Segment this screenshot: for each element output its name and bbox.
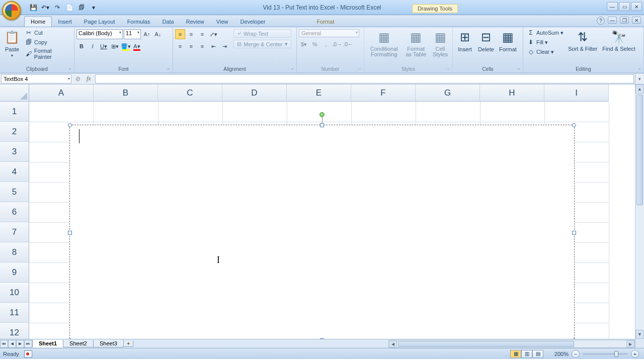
restore-workbook-button[interactable]: ❐	[620, 17, 629, 24]
format-painter-button[interactable]: 🖌Format Painter	[23, 47, 72, 60]
shrink-font-button[interactable]: A↓	[153, 29, 163, 39]
sort-filter-button[interactable]: ⇅Sort & Filter	[566, 28, 599, 53]
minimize-workbook-button[interactable]: —	[608, 17, 617, 24]
qat-customize-icon[interactable]: ▾	[89, 3, 99, 13]
horizontal-scrollbar[interactable]: ◀ ▶	[388, 340, 635, 348]
tab-developer[interactable]: Developer	[234, 17, 271, 27]
expand-formula-bar-button[interactable]: ▾	[635, 73, 644, 84]
cell[interactable]	[287, 102, 351, 122]
align-bottom-button[interactable]: ≡	[197, 29, 207, 39]
copy-button[interactable]: 🗐Copy	[23, 38, 72, 47]
formula-input[interactable]	[95, 74, 634, 83]
normal-view-button[interactable]: ▦	[510, 350, 521, 358]
resize-handle-ne[interactable]	[572, 123, 576, 127]
row-header[interactable]: 8	[0, 242, 29, 262]
cell[interactable]	[222, 102, 287, 122]
scroll-up-icon[interactable]: ▲	[635, 84, 644, 94]
border-button[interactable]: ⊞▾	[110, 41, 120, 51]
cells-area[interactable]: I	[29, 102, 635, 339]
format-cells-button[interactable]: ▦Format	[497, 28, 519, 53]
tab-formulas[interactable]: Formulas	[121, 17, 156, 27]
sheet-tab[interactable]: Sheet2	[63, 340, 94, 347]
scroll-down-icon[interactable]: ▼	[635, 330, 644, 339]
column-header[interactable]: F	[351, 84, 416, 102]
align-right-button[interactable]: ≡	[197, 41, 207, 51]
close-button[interactable]: ✕	[631, 2, 642, 11]
maximize-button[interactable]: ▭	[619, 2, 630, 11]
row-header[interactable]: 11	[0, 303, 29, 323]
last-sheet-button[interactable]: ⏭	[24, 340, 32, 348]
column-header[interactable]: A	[29, 84, 94, 102]
row-header[interactable]: 9	[0, 262, 29, 283]
fill-color-button[interactable]: 🪣▾	[121, 41, 131, 51]
vertical-scrollbar[interactable]: ▲ ▼	[635, 84, 644, 339]
bold-button[interactable]: B	[76, 41, 87, 51]
office-button[interactable]	[2, 1, 21, 20]
resize-handle-n[interactable]	[320, 123, 324, 127]
column-header[interactable]: H	[480, 84, 544, 102]
italic-button[interactable]: I	[88, 41, 98, 51]
align-middle-button[interactable]: ≡	[186, 29, 196, 39]
percent-button[interactable]: %	[310, 39, 320, 49]
column-header[interactable]: E	[287, 84, 351, 102]
redo-icon[interactable]: ↷	[52, 3, 62, 13]
increase-decimal-button[interactable]: .0→	[332, 39, 342, 49]
resize-handle-nw[interactable]	[68, 123, 72, 127]
close-workbook-button[interactable]: ✕	[632, 17, 641, 24]
minimize-button[interactable]: —	[607, 2, 618, 11]
first-sheet-button[interactable]: ⏮	[0, 340, 8, 348]
align-top-button[interactable]: ≡	[175, 29, 185, 39]
row-header[interactable]: 10	[0, 283, 29, 303]
column-header[interactable]: I	[544, 84, 609, 102]
qat-icon[interactable]: 🗐	[76, 3, 87, 13]
row-header[interactable]: 2	[0, 122, 29, 142]
row-header[interactable]: 5	[0, 182, 29, 202]
increase-indent-button[interactable]: ⇥	[219, 41, 229, 51]
tab-home[interactable]: Home	[24, 16, 52, 27]
next-sheet-button[interactable]: ▶	[16, 340, 24, 348]
scroll-right-icon[interactable]: ▶	[626, 340, 634, 347]
zoom-slider[interactable]	[583, 353, 628, 355]
tab-review[interactable]: Review	[180, 17, 210, 27]
scroll-left-icon[interactable]: ◀	[389, 340, 397, 347]
align-left-button[interactable]: ≡	[175, 41, 185, 51]
resize-handle-e[interactable]	[572, 231, 576, 235]
cell[interactable]	[544, 102, 609, 122]
conditional-formatting-button[interactable]: ▦Conditional Formatting	[366, 28, 402, 58]
cell[interactable]	[94, 102, 158, 122]
select-all-corner[interactable]	[0, 84, 29, 102]
tab-insert[interactable]: Insert	[52, 17, 78, 27]
autosum-button[interactable]: ΣAutoSum▾	[525, 28, 565, 37]
insert-cells-button[interactable]: ⊞Insert	[455, 28, 475, 53]
cell[interactable]	[480, 102, 544, 122]
qat-icon[interactable]: 📄	[64, 3, 74, 13]
help-icon[interactable]: ?	[597, 17, 605, 25]
decrease-decimal-button[interactable]: .0←	[343, 39, 353, 49]
zoom-out-button[interactable]: −	[572, 350, 580, 358]
tab-view[interactable]: View	[210, 17, 234, 27]
macro-record-icon[interactable]	[24, 350, 32, 357]
font-size-combo[interactable]: 11	[124, 29, 141, 39]
underline-button[interactable]: U▾	[99, 41, 109, 51]
grow-font-button[interactable]: A↑	[142, 29, 152, 39]
decrease-indent-button[interactable]: ⇤	[208, 41, 218, 51]
font-family-combo[interactable]: Calibri (Body)	[76, 29, 123, 39]
hscroll-thumb[interactable]	[398, 341, 574, 347]
fx-icon[interactable]: fx	[84, 75, 94, 82]
resize-corner[interactable]	[635, 339, 644, 348]
row-header[interactable]: 7	[0, 222, 29, 242]
delete-cells-button[interactable]: ⊟Delete	[476, 28, 496, 53]
column-header[interactable]: D	[222, 84, 287, 102]
font-color-button[interactable]: A▾	[132, 41, 142, 51]
resize-handle-w[interactable]	[68, 231, 72, 235]
cell[interactable]	[29, 102, 94, 122]
comma-button[interactable]: ,	[321, 39, 331, 49]
scroll-thumb[interactable]	[636, 95, 643, 205]
zoom-level[interactable]: 200%	[554, 351, 569, 357]
sheet-tab[interactable]: Sheet3	[93, 340, 124, 347]
row-header[interactable]: 4	[0, 162, 29, 182]
row-header[interactable]: 3	[0, 142, 29, 162]
column-header[interactable]: C	[158, 84, 222, 102]
row-header[interactable]: 1	[0, 102, 29, 122]
sheet-tab[interactable]: Sheet1	[32, 340, 63, 347]
